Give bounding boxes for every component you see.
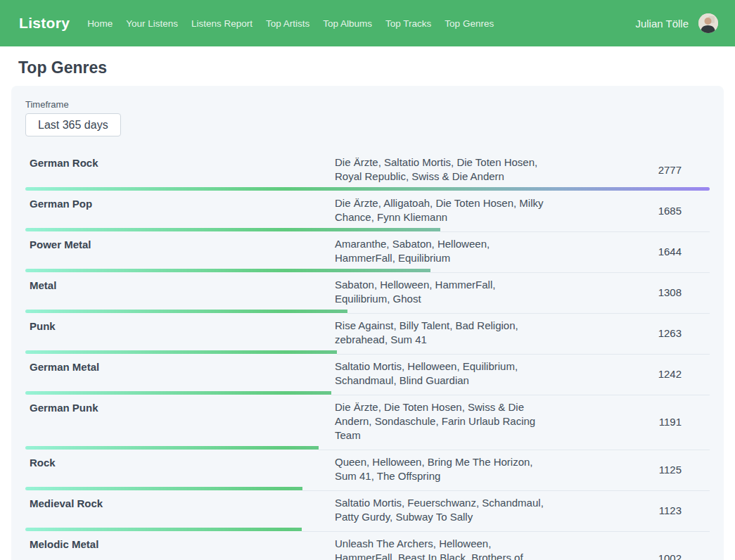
genre-name: Rock: [25, 455, 335, 469]
top-genres-card: Timeframe Last 365 days German Rock Die …: [11, 86, 724, 560]
genre-name: Punk: [25, 319, 335, 332]
progress-bar-fill: [25, 187, 710, 191]
genre-listen-count: 1308: [551, 286, 710, 298]
genre-progress-bar: [25, 269, 710, 272]
main-nav: HomeYour ListensListens ReportTop Artist…: [87, 18, 494, 29]
genre-name: Metal: [25, 278, 335, 291]
genre-row: German Pop Die Ärzte, Alligatoah, Die To…: [25, 193, 710, 231]
genre-progress-bar: [25, 528, 710, 531]
genre-progress-bar: [25, 187, 710, 191]
progress-bar-track: [331, 390, 710, 395]
genre-row: German Punk Die Ärzte, Die Toten Hosen, …: [25, 397, 710, 450]
page-title: Top Genres: [18, 58, 717, 77]
nav-link-listens-report[interactable]: Listens Report: [191, 18, 253, 29]
genre-name: German Pop: [25, 196, 335, 210]
progress-bar-track: [440, 227, 710, 232]
genre-row: Rock Queen, Helloween, Bring Me The Hori…: [25, 452, 710, 490]
genre-artists: Saltatio Mortis, Helloween, Equilibrium,…: [335, 359, 551, 388]
timeframe-filter: Timeframe Last 365 days: [25, 99, 710, 136]
timeframe-select[interactable]: Last 365 days: [25, 113, 121, 136]
genre-list: German Rock Die Ärzte, Saltatio Mortis, …: [25, 152, 710, 560]
genre-listen-count: 2777: [551, 164, 710, 176]
genre-listen-count: 1685: [551, 205, 710, 217]
progress-bar-track: [347, 309, 710, 314]
genre-row: Power Metal Amaranthe, Sabaton, Hellowee…: [25, 234, 710, 272]
genre-listen-count: 1125: [551, 464, 710, 476]
genre-name: Medieval Rock: [25, 496, 335, 509]
nav-link-your-listens[interactable]: Your Listens: [126, 18, 178, 29]
genre-progress-bar: [25, 487, 710, 490]
genre-artists: Die Ärzte, Saltatio Mortis, Die Toten Ho…: [335, 155, 551, 184]
nav-link-top-artists[interactable]: Top Artists: [266, 18, 309, 29]
genre-row: German Metal Saltatio Mortis, Helloween,…: [25, 356, 710, 395]
timeframe-label: Timeframe: [25, 99, 710, 110]
genre-name: German Metal: [25, 359, 335, 373]
genre-listen-count: 1191: [551, 416, 710, 428]
genre-listen-count: 1242: [551, 368, 710, 380]
genre-progress-bar: [25, 228, 710, 231]
genre-progress-bar: [25, 310, 710, 313]
main-content: Top Genres Timeframe Last 365 days Germa…: [0, 58, 735, 560]
genre-progress-bar: [25, 391, 710, 395]
genre-listen-count: 1644: [551, 246, 710, 257]
progress-bar-track: [430, 268, 710, 273]
progress-bar-track: [337, 350, 710, 355]
nav-link-top-genres[interactable]: Top Genres: [445, 18, 494, 29]
genre-artists: Unleash The Archers, Helloween, HammerFa…: [335, 537, 551, 560]
nav-link-home[interactable]: Home: [87, 18, 113, 29]
user-avatar-icon[interactable]: [698, 13, 718, 33]
genre-progress-bar: [25, 446, 710, 450]
genre-progress-bar: [25, 350, 710, 354]
user-name[interactable]: Julian Tölle: [635, 18, 689, 30]
genre-row: Medieval Rock Saltatio Mortis, Feuerschw…: [25, 492, 710, 531]
genre-name: German Punk: [25, 400, 335, 414]
genre-listen-count: 1002: [551, 552, 710, 560]
genre-name: Power Metal: [25, 237, 335, 250]
genre-artists: Amaranthe, Sabaton, Helloween, HammerFal…: [335, 237, 551, 265]
progress-bar-track: [319, 445, 710, 450]
genre-artists: Queen, Helloween, Bring Me The Horizon, …: [335, 455, 551, 483]
progress-bar-track: [302, 527, 710, 532]
genre-artists: Die Ärzte, Die Toten Hosen, Swiss & Die …: [335, 400, 551, 443]
genre-name: German Rock: [25, 155, 335, 169]
genre-listen-count: 1123: [551, 504, 710, 516]
genre-artists: Saltatio Mortis, Feuerschwanz, Schandmau…: [335, 496, 551, 524]
genre-artists: Rise Against, Billy Talent, Bad Religion…: [335, 319, 551, 347]
genre-artists: Die Ärzte, Alligatoah, Die Toten Hosen, …: [335, 196, 551, 224]
genre-row: Punk Rise Against, Billy Talent, Bad Rel…: [25, 315, 710, 354]
genre-row: Melodic Metal Unleash The Archers, Hello…: [25, 533, 710, 560]
genre-row: German Rock Die Ärzte, Saltatio Mortis, …: [25, 152, 710, 191]
nav-link-top-albums[interactable]: Top Albums: [323, 18, 372, 29]
nav-link-top-tracks[interactable]: Top Tracks: [385, 18, 431, 29]
app-header: Listory HomeYour ListensListens ReportTo…: [0, 0, 735, 46]
progress-bar-track: [302, 486, 710, 491]
user-area: Julian Tölle: [635, 13, 718, 33]
genre-row: Metal Sabaton, Helloween, HammerFall, Eq…: [25, 274, 710, 313]
genre-artists: Sabaton, Helloween, HammerFall, Equilibr…: [335, 278, 551, 306]
genre-listen-count: 1263: [551, 327, 710, 339]
genre-name: Melodic Metal: [25, 537, 335, 550]
app-logo[interactable]: Listory: [19, 15, 70, 32]
